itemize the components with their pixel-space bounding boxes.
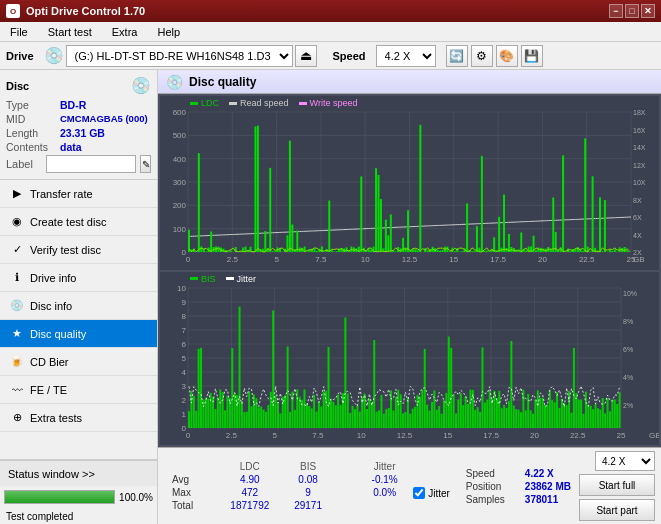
disc-panel-icon: 💿 <box>131 76 151 95</box>
speed-val: 4.22 X <box>525 468 554 479</box>
sidebar-item-create-test-disc-label: Create test disc <box>30 216 106 228</box>
status-window-row[interactable]: Status window >> <box>0 460 157 486</box>
disc-quality-header: 💿 Disc quality <box>158 70 661 94</box>
jitter-checkbox-label[interactable]: Jitter <box>413 487 450 499</box>
sidebar-item-cd-bier-label: CD Bier <box>30 356 69 368</box>
bis-chart: BIS Jitter <box>160 272 659 446</box>
sidebar-item-extra-tests[interactable]: ⊕ Extra tests <box>0 404 157 432</box>
avg-ldc: 4.90 <box>220 473 279 486</box>
disc-length-value: 23.31 GB <box>60 127 105 139</box>
sidebar-item-disc-info[interactable]: 💿 Disc info <box>0 292 157 320</box>
disc-length-label: Length <box>6 127 56 139</box>
disc-mid-label: MID <box>6 113 56 125</box>
speed-select[interactable]: 4.2 X <box>376 45 436 67</box>
drive-label: Drive <box>6 50 34 62</box>
status-window-label: Status window >> <box>8 468 95 480</box>
jitter-checkbox-text: Jitter <box>428 488 450 499</box>
drive-info-icon: ℹ <box>10 271 24 285</box>
menu-start-test[interactable]: Start test <box>42 24 98 40</box>
progress-label: 100.0% <box>119 492 153 503</box>
menu-bar: File Start test Extra Help <box>0 22 661 42</box>
sidebar-item-disc-info-label: Disc info <box>30 300 72 312</box>
col-ldc: LDC <box>220 460 279 473</box>
chart-speed-dropdown[interactable]: 4.2 X <box>595 451 655 471</box>
drive-icon: 💿 <box>44 46 64 65</box>
eject-button[interactable]: ⏏ <box>295 45 317 67</box>
sidebar-item-create-test-disc[interactable]: ◉ Create test disc <box>0 208 157 236</box>
menu-file[interactable]: File <box>4 24 34 40</box>
disc-panel: Disc 💿 Type BD-R MID CMCMAGBA5 (000) Len… <box>0 70 157 180</box>
app-title: Opti Drive Control 1.70 <box>26 5 145 17</box>
bis-legend: BIS Jitter <box>190 274 256 284</box>
avg-jitter: -0.1% <box>356 473 413 486</box>
disc-label-label: Label <box>6 158 42 170</box>
max-ldc: 472 <box>220 486 279 499</box>
bis-canvas <box>160 272 659 446</box>
color-button[interactable]: 🎨 <box>496 45 518 67</box>
speed-key: Speed <box>466 468 521 479</box>
status-text: Test completed <box>0 508 157 524</box>
sidebar-item-fe-te-label: FE / TE <box>30 384 67 396</box>
ldc-legend-label: LDC <box>201 98 219 108</box>
charts-container: LDC Read speed Write speed <box>158 94 661 447</box>
fe-te-icon: 〰 <box>10 383 24 397</box>
sidebar-item-fe-te[interactable]: 〰 FE / TE <box>0 376 157 404</box>
sidebar-item-transfer-rate[interactable]: ▶ Transfer rate <box>0 180 157 208</box>
progress-row: 100.0% <box>0 486 157 508</box>
drive-select[interactable]: (G:) HL-DT-ST BD-RE WH16NS48 1.D3 <box>66 45 293 67</box>
disc-contents-value: data <box>60 141 82 153</box>
sidebar-item-drive-info[interactable]: ℹ Drive info <box>0 264 157 292</box>
title-bar: O Opti Drive Control 1.70 − □ ✕ <box>0 0 661 22</box>
drive-bar: Drive 💿 (G:) HL-DT-ST BD-RE WH16NS48 1.D… <box>0 42 661 70</box>
speed-label: Speed <box>333 50 366 62</box>
menu-help[interactable]: Help <box>151 24 186 40</box>
total-label: Total <box>164 499 220 512</box>
close-button[interactable]: ✕ <box>641 4 655 18</box>
disc-quality-header-icon: 💿 <box>166 74 183 90</box>
stats-area: LDC BIS Jitter Avg 4.90 0.08 -0.1% <box>158 447 661 524</box>
extra-tests-icon: ⊕ <box>10 411 24 425</box>
write-speed-legend-label: Write speed <box>310 98 358 108</box>
sidebar-item-disc-quality-label: Disc quality <box>30 328 86 340</box>
stats-table: LDC BIS Jitter Avg 4.90 0.08 -0.1% <box>164 460 413 512</box>
max-bis: 9 <box>279 486 336 499</box>
settings-button[interactable]: ⚙ <box>471 45 493 67</box>
disc-type-label: Type <box>6 99 56 111</box>
disc-label-confirm-button[interactable]: ✎ <box>140 155 151 173</box>
start-full-button[interactable]: Start full <box>579 474 655 496</box>
app-icon: O <box>6 4 20 18</box>
progress-fill <box>5 491 114 503</box>
ldc-chart: LDC Read speed Write speed <box>160 96 659 270</box>
avg-bis: 0.08 <box>279 473 336 486</box>
start-part-button[interactable]: Start part <box>579 499 655 521</box>
read-speed-legend-label: Read speed <box>240 98 289 108</box>
menu-extra[interactable]: Extra <box>106 24 144 40</box>
disc-contents-label: Contents <box>6 141 56 153</box>
samples-key: Samples <box>466 494 521 505</box>
speed-info: Speed 4.22 X Position 23862 MB Samples 3… <box>466 468 571 505</box>
status-section: Status window >> 100.0% Test completed <box>0 459 157 524</box>
disc-type-value: BD-R <box>60 99 86 111</box>
save-button[interactable]: 💾 <box>521 45 543 67</box>
jitter-checkbox[interactable] <box>413 487 425 499</box>
maximize-button[interactable]: □ <box>625 4 639 18</box>
max-jitter: 0.0% <box>356 486 413 499</box>
sidebar-item-drive-info-label: Drive info <box>30 272 76 284</box>
disc-label-input[interactable] <box>46 155 136 173</box>
sidebar-item-verify-test-disc[interactable]: ✓ Verify test disc <box>0 236 157 264</box>
disc-quality-title: Disc quality <box>189 75 256 89</box>
position-key: Position <box>466 481 521 492</box>
total-bis: 29171 <box>279 499 336 512</box>
samples-val: 378011 <box>525 494 558 505</box>
jitter-legend-label: Jitter <box>237 274 257 284</box>
sidebar-item-verify-test-disc-label: Verify test disc <box>30 244 101 256</box>
refresh-button[interactable]: 🔄 <box>446 45 468 67</box>
position-val: 23862 MB <box>525 481 571 492</box>
avg-label: Avg <box>164 473 220 486</box>
disc-mid-value: CMCMAGBA5 (000) <box>60 113 148 125</box>
sidebar-item-disc-quality[interactable]: ★ Disc quality <box>0 320 157 348</box>
sidebar-item-transfer-rate-label: Transfer rate <box>30 188 93 200</box>
disc-panel-title: Disc <box>6 80 29 92</box>
sidebar-item-cd-bier[interactable]: 🍺 CD Bier <box>0 348 157 376</box>
minimize-button[interactable]: − <box>609 4 623 18</box>
